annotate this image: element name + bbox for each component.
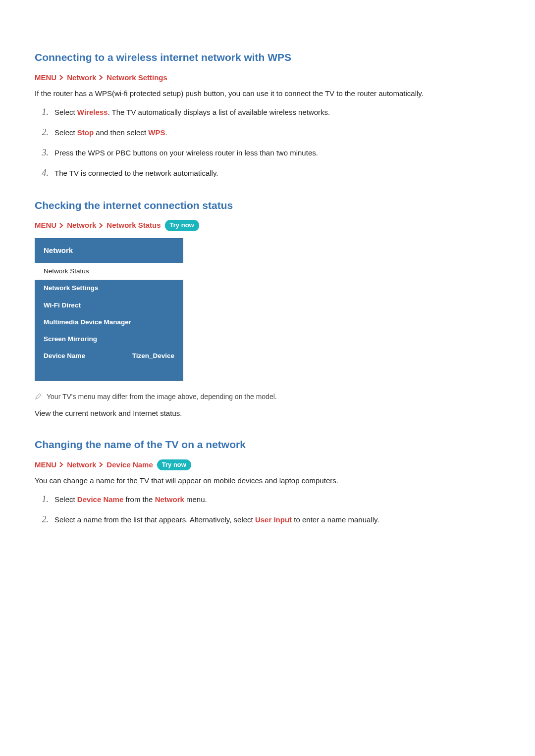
breadcrumb-devname: MENU Network Device Name Try now: [35, 459, 500, 471]
step-text: Select: [54, 495, 77, 504]
breadcrumb-status: MENU Network Network Status Try now: [35, 220, 500, 231]
step-text: to enter a name manually.: [292, 515, 379, 524]
section-title-devname: Changing the name of the TV on a network: [35, 437, 500, 453]
crumb-network: Network: [67, 72, 96, 84]
crumb-menu: MENU: [35, 459, 56, 471]
step-text: Select: [54, 128, 77, 137]
step-text: .: [165, 128, 167, 137]
list-item: 2.Select a name from the list that appea…: [35, 513, 500, 526]
try-now-badge[interactable]: Try now: [165, 220, 199, 231]
menu-item-label: Multimedia Device Manager: [44, 317, 131, 327]
crumb-network: Network: [67, 459, 96, 471]
pencil-icon: [35, 393, 42, 403]
menu-item-wifi-direct[interactable]: Wi-Fi Direct: [35, 297, 183, 314]
step-number: 4.: [35, 166, 54, 180]
crumb-menu: MENU: [35, 220, 56, 231]
note: Your TV's menu may differ from the image…: [35, 392, 500, 403]
menu-item-label: Device Name: [44, 351, 85, 361]
menu-item-network-status[interactable]: Network Status: [35, 263, 183, 280]
step-text: The TV is connected to the network autom…: [54, 168, 218, 179]
keyword: WPS: [148, 128, 165, 137]
crumb-network-settings: Network Settings: [107, 72, 167, 84]
section-title-status: Checking the internet connection status: [35, 198, 500, 213]
chevron-right-icon: [59, 75, 64, 80]
step-number: 3.: [35, 146, 54, 159]
step-text: Select: [54, 108, 77, 116]
step-text: and then select: [94, 128, 148, 137]
steps-wps: 1.Select Wireless. The TV automatically …: [35, 105, 500, 180]
step-number: 2.: [35, 513, 54, 526]
step-number: 1.: [35, 105, 54, 119]
section-title-wps: Connecting to a wireless internet networ…: [35, 50, 500, 65]
panel-title: Network: [35, 238, 183, 263]
menu-item-value: Tizen_Device: [132, 351, 174, 361]
crumb-menu: MENU: [35, 72, 56, 84]
list-item: 1.Select Device Name from the Network me…: [35, 493, 500, 506]
list-item: 4.The TV is connected to the network aut…: [35, 166, 500, 180]
menu-item-multimedia-device-manager[interactable]: Multimedia Device Manager: [35, 314, 183, 331]
chevron-right-icon: [59, 462, 64, 467]
step-text: from the: [123, 495, 155, 504]
menu-item-label: Wi-Fi Direct: [44, 301, 81, 310]
step-text: Select a name from the list that appears…: [54, 515, 255, 524]
crumb-network-status: Network Status: [107, 220, 160, 231]
menu-item-label: Network Status: [44, 266, 89, 276]
chevron-right-icon: [99, 462, 104, 467]
network-menu-panel: Network Network Status Network Settings …: [35, 238, 183, 381]
list-item: 1.Select Wireless. The TV automatically …: [35, 105, 500, 119]
chevron-right-icon: [99, 223, 104, 228]
step-number: 2.: [35, 126, 54, 139]
crumb-device-name: Device Name: [107, 459, 153, 471]
steps-devname: 1.Select Device Name from the Network me…: [35, 493, 500, 526]
step-text: Press the WPS or PBC buttons on your wir…: [54, 148, 318, 159]
note-text: Your TV's menu may differ from the image…: [47, 392, 277, 402]
keyword: Wireless: [77, 108, 108, 116]
list-item: 3.Press the WPS or PBC buttons on your w…: [35, 146, 500, 159]
list-item: 2.Select Stop and then select WPS.: [35, 126, 500, 139]
breadcrumb-wps: MENU Network Network Settings: [35, 72, 500, 84]
try-now-badge[interactable]: Try now: [157, 459, 191, 471]
keyword: Network: [155, 495, 184, 504]
step-number: 1.: [35, 493, 54, 506]
step-text: menu.: [184, 495, 207, 504]
menu-item-device-name[interactable]: Device NameTizen_Device: [35, 348, 183, 364]
menu-item-label: Screen Mirroring: [44, 334, 97, 344]
step-text: . The TV automatically displays a list o…: [107, 108, 330, 116]
keyword: User Input: [255, 515, 292, 524]
keyword: Stop: [77, 128, 94, 137]
menu-item-screen-mirroring[interactable]: Screen Mirroring: [35, 331, 183, 348]
chevron-right-icon: [99, 75, 104, 80]
crumb-network: Network: [67, 220, 96, 231]
intro-devname: You can change a name for the TV that wi…: [35, 475, 500, 487]
intro-wps: If the router has a WPS(wi-fi protected …: [35, 88, 500, 100]
keyword: Device Name: [77, 495, 123, 504]
menu-item-network-settings[interactable]: Network Settings: [35, 280, 183, 297]
body-status: View the current network and Internet st…: [35, 408, 500, 419]
menu-item-label: Network Settings: [44, 283, 98, 293]
chevron-right-icon: [59, 223, 64, 228]
